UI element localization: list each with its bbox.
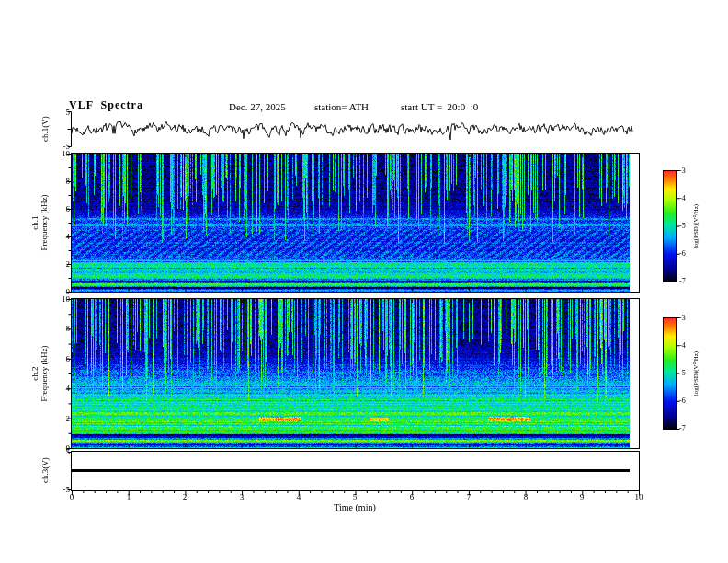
time-tick-label: 10 — [629, 493, 649, 501]
time-tick-label: 2 — [175, 493, 195, 501]
time-tick-label: 1 — [119, 493, 139, 501]
freq-tick-label: 10 — [51, 295, 70, 304]
start-ut-label: start UT = 20:0 :0 — [401, 101, 478, 112]
time-tick-label: 9 — [572, 493, 592, 501]
ch1-waveform-ylabel: ch.1(V) — [40, 116, 50, 142]
colorbar-tick-label: -5 — [679, 370, 700, 377]
colorbar-tick-label: -6 — [679, 397, 700, 405]
ch1-spectrogram-ylabel: ch.1 Frequency (kHz) — [30, 194, 50, 250]
time-tick-label: 3 — [232, 493, 252, 501]
colorbar-ch2-canvas — [664, 318, 676, 429]
vlf-spectra-plot: VLF Spectra Dec. 27, 2025 station= ATH s… — [0, 0, 728, 563]
colorbar-ch1-canvas — [664, 171, 676, 282]
colorbar-tick-label: -7 — [679, 425, 700, 432]
time-axis-label: Time (min) — [313, 502, 396, 512]
ch1-spectrogram-canvas — [72, 154, 638, 292]
ch3-waveform-ylabel: ch.3(V) — [40, 457, 50, 483]
time-tick-label: 8 — [516, 493, 536, 501]
freq-tick-label: 8 — [51, 178, 70, 186]
ch1-spec-ylabel-line2: Frequency (kHz) — [40, 194, 49, 250]
colorbar-tick-label: -4 — [679, 195, 700, 202]
volt-tick-label: 5 — [51, 109, 70, 117]
ch1-waveform-canvas — [72, 112, 638, 146]
freq-tick-label: 2 — [51, 260, 70, 269]
ch3-waveform-canvas — [72, 452, 638, 489]
colorbar-tick-label: -4 — [679, 342, 700, 350]
freq-tick-label: 0 — [51, 444, 70, 453]
time-tick-label: 7 — [459, 493, 479, 501]
time-tick-label: 4 — [289, 493, 309, 501]
freq-tick-label: 6 — [51, 355, 70, 363]
time-tick-label: 0 — [62, 493, 82, 501]
ch1-spec-ylabel-line1: ch.1 — [30, 194, 40, 250]
freq-tick-label: 4 — [51, 233, 70, 241]
ch2-spec-ylabel-line2: Frequency (kHz) — [40, 345, 49, 401]
plot-title: VLF Spectra — [69, 98, 143, 112]
colorbar-tick-label: -3 — [679, 167, 700, 175]
colorbar-tick-label: -6 — [679, 250, 700, 258]
plot-date: Dec. 27, 2025 — [229, 101, 286, 112]
ch2-spectrogram-canvas — [72, 299, 638, 448]
station-label: station= ATH — [314, 101, 369, 112]
freq-tick-label: 10 — [51, 150, 70, 158]
colorbar-tick-label: -3 — [679, 315, 700, 322]
freq-tick-label: 6 — [51, 205, 70, 213]
time-tick-label: 5 — [345, 493, 365, 501]
ch2-spectrogram-ylabel: ch.2 Frequency (kHz) — [30, 345, 50, 401]
time-tick-label: 6 — [402, 493, 422, 501]
colorbar-tick-label: -5 — [679, 223, 700, 230]
freq-tick-label: 2 — [51, 415, 70, 423]
colorbar-tick-label: -7 — [679, 278, 700, 285]
ch2-spec-ylabel-line1: ch.2 — [30, 345, 40, 401]
freq-tick-label: 8 — [51, 325, 70, 333]
freq-tick-label: 4 — [51, 385, 70, 393]
